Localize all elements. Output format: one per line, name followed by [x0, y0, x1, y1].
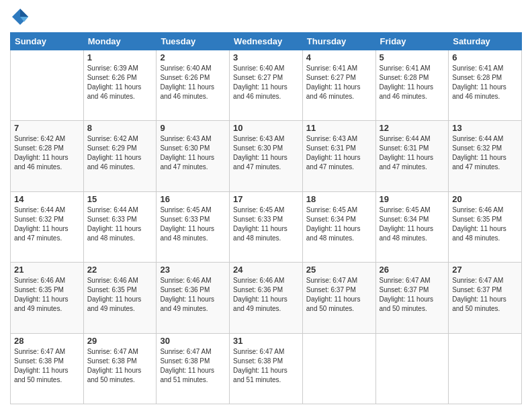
- day-info: Sunrise: 6:44 AMSunset: 6:32 PMDaylight:…: [14, 205, 80, 243]
- day-info: Sunrise: 6:46 AMSunset: 6:35 PMDaylight:…: [87, 276, 153, 314]
- day-info: Sunrise: 6:41 AMSunset: 6:28 PMDaylight:…: [380, 64, 445, 101]
- day-info: Sunrise: 6:40 AMSunset: 6:26 PMDaylight:…: [160, 64, 226, 101]
- day-number: 20: [452, 194, 518, 204]
- table-cell: 24Sunrise: 6:46 AMSunset: 6:36 PMDayligh…: [230, 263, 303, 333]
- col-sunday: Sunday: [11, 33, 84, 50]
- table-cell: 18Sunrise: 6:45 AMSunset: 6:34 PMDayligh…: [302, 191, 375, 262]
- svg-marker-1: [20, 9, 28, 17]
- day-info: Sunrise: 6:41 AMSunset: 6:27 PMDaylight:…: [306, 64, 372, 101]
- col-tuesday: Tuesday: [157, 33, 230, 50]
- table-cell: 27Sunrise: 6:47 AMSunset: 6:37 PMDayligh…: [449, 263, 522, 333]
- table-cell: [11, 50, 84, 121]
- table-cell: 23Sunrise: 6:46 AMSunset: 6:36 PMDayligh…: [157, 263, 230, 333]
- day-info: Sunrise: 6:44 AMSunset: 6:33 PMDaylight:…: [87, 205, 153, 243]
- logo-icon: [10, 7, 30, 27]
- day-number: 12: [380, 123, 445, 133]
- col-saturday: Saturday: [449, 33, 522, 50]
- table-cell: [302, 333, 375, 404]
- col-thursday: Thursday: [302, 33, 375, 50]
- day-number: 4: [306, 52, 372, 62]
- day-info: Sunrise: 6:44 AMSunset: 6:31 PMDaylight:…: [380, 134, 445, 172]
- table-cell: [375, 333, 449, 404]
- day-info: Sunrise: 6:47 AMSunset: 6:38 PMDaylight:…: [87, 347, 153, 385]
- day-number: 24: [233, 265, 299, 275]
- day-number: 18: [306, 194, 372, 204]
- day-info: Sunrise: 6:47 AMSunset: 6:38 PMDaylight:…: [14, 347, 80, 385]
- logo: [10, 7, 33, 27]
- day-info: Sunrise: 6:45 AMSunset: 6:34 PMDaylight:…: [306, 205, 372, 243]
- weekday-header-row: Sunday Monday Tuesday Wednesday Thursday…: [11, 33, 522, 50]
- table-cell: 10Sunrise: 6:43 AMSunset: 6:30 PMDayligh…: [230, 121, 303, 191]
- day-number: 25: [306, 265, 372, 275]
- day-number: 2: [160, 52, 226, 62]
- table-cell: 1Sunrise: 6:39 AMSunset: 6:26 PMDaylight…: [83, 50, 157, 121]
- day-number: 15: [87, 194, 153, 204]
- day-number: 21: [14, 265, 80, 275]
- day-number: 29: [87, 336, 153, 346]
- day-info: Sunrise: 6:42 AMSunset: 6:28 PMDaylight:…: [14, 134, 80, 172]
- calendar-week-row: 14Sunrise: 6:44 AMSunset: 6:32 PMDayligh…: [11, 191, 522, 262]
- table-cell: 19Sunrise: 6:45 AMSunset: 6:34 PMDayligh…: [375, 191, 449, 262]
- day-info: Sunrise: 6:47 AMSunset: 6:38 PMDaylight:…: [233, 347, 299, 385]
- calendar: Sunday Monday Tuesday Wednesday Thursday…: [10, 32, 522, 404]
- day-number: 16: [160, 194, 226, 204]
- table-cell: 20Sunrise: 6:46 AMSunset: 6:35 PMDayligh…: [449, 191, 522, 262]
- day-number: 17: [233, 194, 299, 204]
- day-number: 10: [233, 123, 299, 133]
- table-cell: 26Sunrise: 6:47 AMSunset: 6:37 PMDayligh…: [375, 263, 449, 333]
- day-number: 23: [160, 265, 226, 275]
- table-cell: 7Sunrise: 6:42 AMSunset: 6:28 PMDaylight…: [11, 121, 84, 191]
- table-cell: 22Sunrise: 6:46 AMSunset: 6:35 PMDayligh…: [83, 263, 157, 333]
- day-info: Sunrise: 6:41 AMSunset: 6:28 PMDaylight:…: [452, 64, 518, 101]
- day-number: 27: [452, 265, 518, 275]
- calendar-week-row: 7Sunrise: 6:42 AMSunset: 6:28 PMDaylight…: [11, 121, 522, 191]
- table-cell: 17Sunrise: 6:45 AMSunset: 6:33 PMDayligh…: [230, 191, 303, 262]
- calendar-week-row: 1Sunrise: 6:39 AMSunset: 6:26 PMDaylight…: [11, 50, 522, 121]
- day-info: Sunrise: 6:47 AMSunset: 6:37 PMDaylight:…: [380, 276, 445, 314]
- day-info: Sunrise: 6:47 AMSunset: 6:37 PMDaylight:…: [452, 276, 518, 314]
- day-number: 8: [87, 123, 153, 133]
- calendar-week-row: 21Sunrise: 6:46 AMSunset: 6:35 PMDayligh…: [11, 263, 522, 333]
- table-cell: 3Sunrise: 6:40 AMSunset: 6:27 PMDaylight…: [230, 50, 303, 121]
- table-cell: 14Sunrise: 6:44 AMSunset: 6:32 PMDayligh…: [11, 191, 84, 262]
- day-number: 5: [380, 52, 445, 62]
- page: Sunday Monday Tuesday Wednesday Thursday…: [0, 0, 532, 411]
- table-cell: 25Sunrise: 6:47 AMSunset: 6:37 PMDayligh…: [302, 263, 375, 333]
- day-info: Sunrise: 6:46 AMSunset: 6:36 PMDaylight:…: [233, 276, 299, 314]
- day-info: Sunrise: 6:47 AMSunset: 6:38 PMDaylight:…: [160, 347, 226, 385]
- table-cell: 16Sunrise: 6:45 AMSunset: 6:33 PMDayligh…: [157, 191, 230, 262]
- table-cell: 28Sunrise: 6:47 AMSunset: 6:38 PMDayligh…: [11, 333, 84, 404]
- col-monday: Monday: [83, 33, 157, 50]
- day-info: Sunrise: 6:40 AMSunset: 6:27 PMDaylight:…: [233, 64, 299, 101]
- col-friday: Friday: [375, 33, 449, 50]
- table-cell: 30Sunrise: 6:47 AMSunset: 6:38 PMDayligh…: [157, 333, 230, 404]
- table-cell: 29Sunrise: 6:47 AMSunset: 6:38 PMDayligh…: [83, 333, 157, 404]
- day-number: 31: [233, 336, 299, 346]
- day-info: Sunrise: 6:44 AMSunset: 6:32 PMDaylight:…: [452, 134, 518, 172]
- col-wednesday: Wednesday: [230, 33, 303, 50]
- table-cell: 11Sunrise: 6:43 AMSunset: 6:31 PMDayligh…: [302, 121, 375, 191]
- day-number: 1: [87, 52, 153, 62]
- day-number: 13: [452, 123, 518, 133]
- day-info: Sunrise: 6:43 AMSunset: 6:31 PMDaylight:…: [306, 134, 372, 172]
- table-cell: 15Sunrise: 6:44 AMSunset: 6:33 PMDayligh…: [83, 191, 157, 262]
- table-cell: 8Sunrise: 6:42 AMSunset: 6:29 PMDaylight…: [83, 121, 157, 191]
- day-number: 6: [452, 52, 518, 62]
- day-number: 14: [14, 194, 80, 204]
- table-cell: [449, 333, 522, 404]
- day-info: Sunrise: 6:43 AMSunset: 6:30 PMDaylight:…: [160, 134, 226, 172]
- day-number: 3: [233, 52, 299, 62]
- day-number: 9: [160, 123, 226, 133]
- table-cell: 4Sunrise: 6:41 AMSunset: 6:27 PMDaylight…: [302, 50, 375, 121]
- day-info: Sunrise: 6:46 AMSunset: 6:35 PMDaylight:…: [14, 276, 80, 314]
- table-cell: 6Sunrise: 6:41 AMSunset: 6:28 PMDaylight…: [449, 50, 522, 121]
- day-info: Sunrise: 6:39 AMSunset: 6:26 PMDaylight:…: [87, 64, 153, 101]
- day-info: Sunrise: 6:45 AMSunset: 6:33 PMDaylight:…: [233, 205, 299, 243]
- header: [10, 7, 522, 27]
- day-info: Sunrise: 6:46 AMSunset: 6:36 PMDaylight:…: [160, 276, 226, 314]
- day-info: Sunrise: 6:46 AMSunset: 6:35 PMDaylight:…: [452, 205, 518, 243]
- day-info: Sunrise: 6:43 AMSunset: 6:30 PMDaylight:…: [233, 134, 299, 172]
- table-cell: 2Sunrise: 6:40 AMSunset: 6:26 PMDaylight…: [157, 50, 230, 121]
- table-cell: 5Sunrise: 6:41 AMSunset: 6:28 PMDaylight…: [375, 50, 449, 121]
- day-info: Sunrise: 6:45 AMSunset: 6:34 PMDaylight:…: [380, 205, 445, 243]
